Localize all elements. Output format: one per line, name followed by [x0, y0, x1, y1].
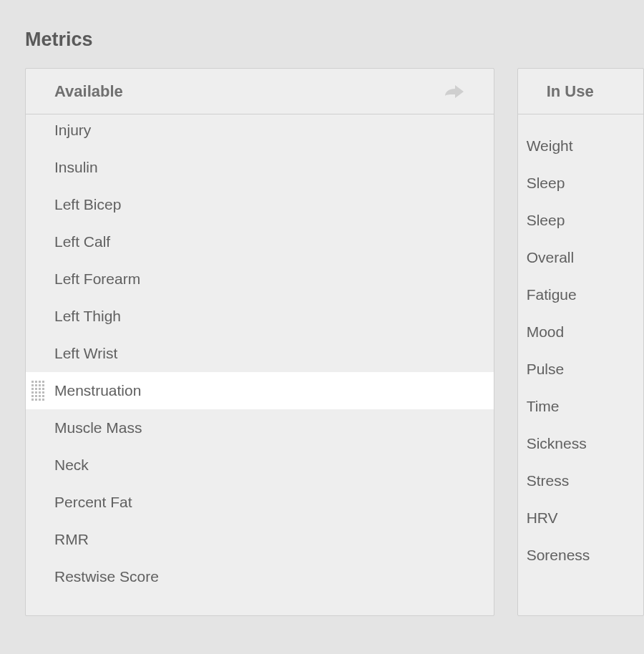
available-metric-item[interactable]: Left Calf	[26, 223, 494, 260]
metric-item-label: Time	[527, 398, 560, 414]
metric-item-label: Fatigue	[527, 286, 577, 303]
metric-item-label: Insulin	[54, 159, 98, 175]
metric-item-label: Sickness	[527, 435, 587, 452]
in-use-metric-item[interactable]: Stress	[518, 462, 643, 499]
available-metric-item[interactable]: Neck	[26, 446, 494, 484]
metric-item-label: Left Calf	[54, 233, 110, 250]
available-panel-header: Available	[26, 69, 494, 114]
in-use-metric-item[interactable]: HRV	[518, 499, 643, 537]
in-use-metric-list: WeightSleepSleepOverallFatigueMoodPulseT…	[518, 114, 643, 574]
metric-item-label: RMR	[54, 531, 89, 547]
share-arrow-icon[interactable]	[444, 83, 465, 100]
in-use-panel: In Use WeightSleepSleepOverallFatigueMoo…	[517, 68, 644, 616]
available-panel-title: Available	[54, 82, 123, 101]
available-metric-item[interactable]: Left Thigh	[26, 298, 494, 335]
metric-item-label: Left Bicep	[54, 196, 121, 213]
in-use-panel-body: WeightSleepSleepOverallFatigueMoodPulseT…	[518, 114, 643, 615]
metric-item-label: Sleep	[527, 175, 565, 191]
in-use-metric-item[interactable]: Pulse	[518, 351, 643, 388]
metric-item-label: Left Wrist	[54, 345, 117, 361]
available-metric-item[interactable]: Insulin	[26, 149, 494, 186]
available-panel: Available InjuryInsulinLeft BicepLeft Ca…	[25, 68, 494, 616]
in-use-metric-item[interactable]: Overall	[518, 239, 643, 276]
metric-item-label: Weight	[527, 137, 573, 154]
in-use-metric-item[interactable]: Soreness	[518, 537, 643, 574]
in-use-metric-item[interactable]: Sleep	[518, 165, 643, 202]
available-metric-item[interactable]: Menstruation	[26, 372, 494, 409]
in-use-panel-title: In Use	[547, 82, 594, 101]
available-metric-item[interactable]: Left Bicep	[26, 186, 494, 223]
metric-item-label: Left Forearm	[54, 270, 140, 287]
metric-item-label: Overall	[527, 249, 575, 265]
in-use-metric-item[interactable]: Time	[518, 388, 643, 425]
in-use-metric-item[interactable]: Weight	[518, 127, 643, 165]
metric-item-label: HRV	[527, 509, 558, 526]
available-metric-item[interactable]: Injury	[26, 114, 494, 149]
available-metric-item[interactable]: RMR	[26, 521, 494, 558]
metric-item-label: Restwise Score	[54, 568, 159, 585]
metric-item-label: Mood	[527, 323, 565, 340]
in-use-metric-item[interactable]: Fatigue	[518, 276, 643, 313]
available-metric-item[interactable]: Left Forearm	[26, 260, 494, 298]
metric-item-label: Stress	[527, 472, 570, 489]
panels-row: Available InjuryInsulinLeft BicepLeft Ca…	[0, 68, 644, 616]
metric-item-label: Sleep	[527, 212, 565, 228]
in-use-metric-item[interactable]: Sleep	[518, 202, 643, 239]
metric-item-label: Menstruation	[54, 382, 141, 399]
available-metric-item[interactable]: Muscle Mass	[26, 409, 494, 446]
page-title: Metrics	[0, 0, 644, 68]
available-panel-body: InjuryInsulinLeft BicepLeft CalfLeft For…	[26, 114, 494, 615]
metric-item-label: Left Thigh	[54, 308, 121, 324]
in-use-metric-item[interactable]: Mood	[518, 313, 643, 351]
available-metric-item[interactable]: Left Wrist	[26, 335, 494, 372]
available-metric-item[interactable]: Restwise Score	[26, 558, 494, 595]
drag-handle-icon[interactable]	[31, 381, 46, 401]
available-metric-item[interactable]: Percent Fat	[26, 484, 494, 521]
in-use-metric-item[interactable]: Sickness	[518, 425, 643, 462]
metric-item-label: Neck	[54, 457, 89, 473]
metric-item-label: Pulse	[527, 361, 565, 377]
metric-item-label: Percent Fat	[54, 494, 132, 510]
available-metric-list: InjuryInsulinLeft BicepLeft CalfLeft For…	[26, 114, 494, 595]
metric-item-label: Soreness	[527, 547, 590, 563]
in-use-panel-header: In Use	[518, 69, 643, 114]
metric-item-label: Muscle Mass	[54, 419, 142, 436]
metric-item-label: Injury	[54, 122, 91, 138]
